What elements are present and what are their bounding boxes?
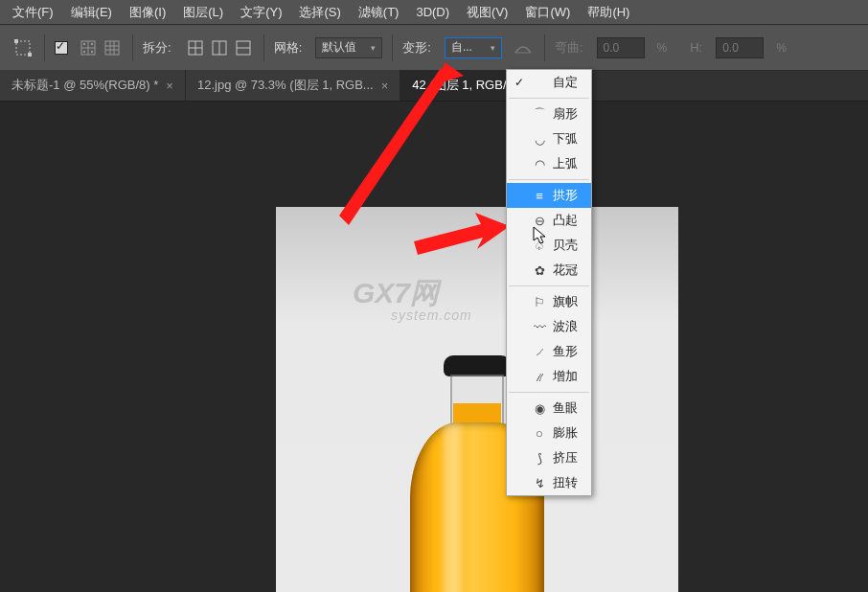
warp-option-凸起[interactable]: ⊖凸起: [507, 208, 591, 233]
warp-shape-icon: ⟋: [532, 344, 547, 359]
document-canvas[interactable]: GX7网 system.com: [276, 207, 678, 592]
menu-type[interactable]: 文字(Y): [232, 1, 290, 24]
warp-option-上弧[interactable]: ◠上弧: [507, 151, 591, 176]
constrain-checkbox[interactable]: [55, 41, 68, 55]
warp-label: 变形:: [402, 39, 431, 57]
transform-tool-icon[interactable]: [11, 36, 34, 59]
svg-rect-10: [105, 41, 119, 55]
grid-icon-1[interactable]: [78, 37, 99, 58]
warp-shape-icon: [532, 75, 547, 90]
warp-option-旗帜[interactable]: ⚐旗帜: [507, 289, 591, 314]
canvas-area[interactable]: GX7网 system.com: [0, 102, 868, 592]
warp-option-下弧[interactable]: ◡下弧: [507, 126, 591, 151]
svg-point-8: [83, 50, 85, 52]
menu-edit[interactable]: 编辑(E): [62, 1, 121, 24]
warp-option-花冠[interactable]: ✿花冠: [507, 258, 591, 283]
warp-shape-icon: ⚐: [532, 294, 547, 309]
menu-file[interactable]: 文件(F): [4, 1, 62, 24]
menu-select[interactable]: 选择(S): [290, 1, 349, 24]
warp-shape-icon: 〰: [532, 319, 547, 334]
svg-point-6: [83, 42, 85, 44]
watermark: GX7网 system.com: [353, 274, 472, 323]
svg-point-9: [91, 50, 93, 52]
warp-option-自定[interactable]: ✓自定: [507, 70, 591, 95]
menu-view[interactable]: 视图(V): [458, 1, 516, 24]
h-unit: %: [776, 41, 787, 55]
close-icon[interactable]: ×: [166, 79, 173, 93]
warp-option-扭转[interactable]: ↯扭转: [507, 470, 591, 495]
svg-point-7: [91, 42, 93, 44]
document-tab-bar: 未标题-1 @ 55%(RGB/8) *× 12.jpg @ 73.3% (图层…: [0, 71, 868, 102]
warp-shape-icon: ♤: [532, 238, 547, 253]
grid-icon-2[interactable]: [102, 37, 123, 58]
menu-filter[interactable]: 滤镜(T): [350, 1, 408, 24]
warp-option-挤压[interactable]: ⟆挤压: [507, 445, 591, 470]
warp-shape-icon: ↯: [532, 475, 547, 490]
bend-input[interactable]: 0.0: [597, 37, 645, 58]
warp-style-menu: ✓自定⌒扇形◡下弧◠上弧≡拱形⊖凸起♤贝壳✿花冠⚐旗帜〰波浪⟋鱼形⫽增加◉鱼眼○…: [506, 69, 592, 496]
menu-help[interactable]: 帮助(H): [579, 1, 638, 24]
menu-bar: 文件(F) 编辑(E) 图像(I) 图层(L) 文字(Y) 选择(S) 滤镜(T…: [0, 0, 868, 25]
h-input[interactable]: 0.0: [716, 37, 764, 58]
warp-option-贝壳[interactable]: ♤贝壳: [507, 233, 591, 258]
warp-shape-icon: ◠: [532, 156, 547, 171]
warp-shape-icon: ⊖: [532, 213, 547, 228]
warp-option-鱼形[interactable]: ⟋鱼形: [507, 339, 591, 364]
warp-shape-icon: ≡: [532, 188, 547, 203]
grid-dropdown[interactable]: 默认值▾: [315, 37, 382, 58]
warp-shape-icon: ⟆: [532, 450, 547, 466]
bend-unit: %: [657, 41, 668, 55]
options-bar: 拆分: 网格: 默认值▾ 变形: 自...▾ 弯曲: 0.0% H: 0.0%: [0, 25, 868, 71]
close-icon[interactable]: ×: [381, 79, 389, 93]
document-tab-1[interactable]: 未标题-1 @ 55%(RGB/8) *×: [0, 70, 186, 101]
document-tab-2[interactable]: 12.jpg @ 73.3% (图层 1, RGB...×: [186, 70, 400, 101]
h-label: H:: [690, 40, 702, 55]
svg-rect-1: [14, 39, 18, 43]
split-horz-icon[interactable]: [233, 37, 254, 58]
warp-option-波浪[interactable]: 〰波浪: [507, 314, 591, 339]
warp-option-增加[interactable]: ⫽增加: [507, 364, 591, 389]
warp-option-拱形[interactable]: ≡拱形: [507, 183, 591, 208]
svg-rect-0: [16, 41, 30, 55]
warp-shape-icon: ✿: [532, 262, 547, 278]
warp-shape-icon: ◉: [532, 400, 547, 416]
warp-option-膨胀[interactable]: ○膨胀: [507, 421, 591, 445]
split-cross-icon[interactable]: [185, 37, 206, 58]
menu-image[interactable]: 图像(I): [121, 1, 174, 24]
warp-shape-icon: ⫽: [532, 369, 547, 384]
bend-label: 弯曲:: [555, 39, 583, 57]
split-label: 拆分:: [143, 39, 171, 57]
warp-dropdown[interactable]: 自...▾: [445, 37, 502, 58]
split-vert-icon[interactable]: [209, 37, 230, 58]
grid-label: 网格:: [274, 39, 303, 57]
menu-window[interactable]: 窗口(W): [516, 1, 579, 24]
menu-layer[interactable]: 图层(L): [174, 1, 232, 24]
warp-option-扇形[interactable]: ⌒扇形: [507, 102, 591, 126]
warp-shape-icon: ◡: [532, 131, 547, 147]
menu-3d[interactable]: 3D(D): [407, 2, 458, 22]
svg-rect-2: [28, 53, 32, 57]
warp-shape-icon: ⌒: [532, 106, 547, 122]
warp-shape-icon: ○: [532, 425, 547, 441]
orientation-icon[interactable]: [512, 36, 535, 59]
warp-option-鱼眼[interactable]: ◉鱼眼: [507, 396, 591, 421]
